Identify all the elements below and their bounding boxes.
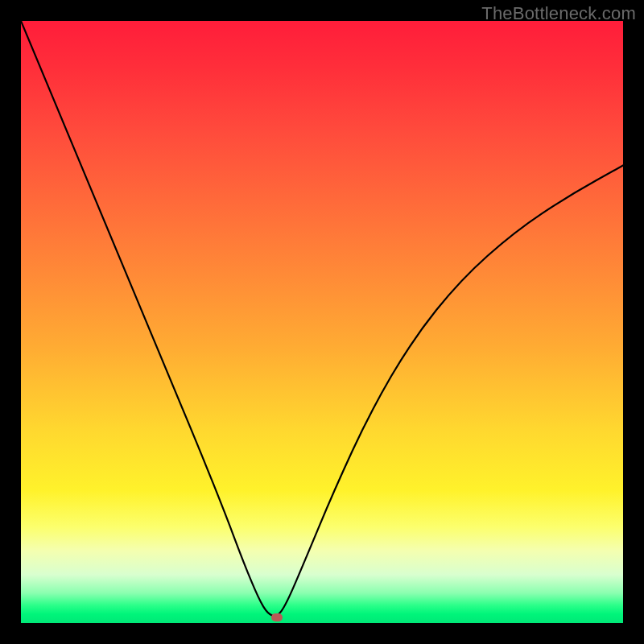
watermark-text: TheBottleneck.com — [481, 3, 636, 24]
minimum-marker — [271, 613, 283, 621]
bottleneck-curve — [21, 21, 623, 623]
plot-area — [21, 21, 623, 623]
chart-frame: TheBottleneck.com — [0, 0, 644, 644]
